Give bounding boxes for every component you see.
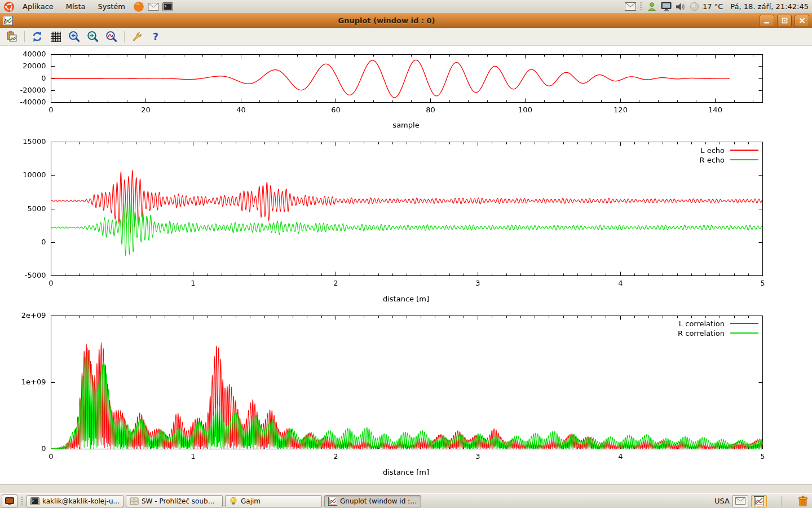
gnuplot-icon	[328, 497, 337, 506]
unzoom-button[interactable]	[104, 29, 119, 44]
legend-entry: L echo	[700, 146, 758, 154]
legend-line-sample	[730, 323, 758, 324]
panel-menubar: Aplikace Místa Systém	[0, 1, 175, 13]
toolbar-separator	[24, 31, 25, 42]
mail-notification-icon[interactable]	[625, 1, 636, 12]
window-status-strip	[0, 484, 812, 493]
legend-entry: R echo	[699, 156, 758, 164]
terminal-launcher-icon[interactable]	[162, 1, 174, 13]
taskbar-right-tray: USA	[714, 494, 810, 508]
taskbar-button-label: SW - Prohlížeč souborů	[142, 497, 219, 505]
mail-launcher-icon[interactable]	[147, 1, 160, 13]
zoom-previous-button[interactable]	[67, 29, 82, 44]
weather-icon[interactable]	[689, 1, 700, 12]
help-button[interactable]: ?	[148, 29, 163, 44]
tray-grip-handle[interactable]	[640, 2, 642, 11]
menu-applications[interactable]: Aplikace	[17, 1, 59, 12]
bottom-taskbar: kaklik@kaklik-kolej-u... SW - Prohlížeč …	[0, 493, 812, 508]
legend-label: R echo	[699, 156, 725, 164]
legend-line-sample	[730, 332, 758, 334]
gnuplot-canvas[interactable]	[0, 46, 812, 484]
copy-to-clipboard-button[interactable]	[5, 29, 19, 44]
window-title: Gnuplot (window id : 0)	[16, 16, 757, 25]
ubuntu-logo-icon[interactable]	[3, 1, 15, 13]
toolbar-separator	[124, 31, 125, 42]
terminal-icon	[30, 497, 39, 506]
user-switcher-icon[interactable]	[646, 1, 657, 12]
desktop: Aplikace Místa Systém	[0, 0, 812, 508]
zoom-next-button[interactable]	[86, 29, 100, 44]
gajim-icon	[229, 497, 238, 506]
xlabel-distance-correlation: distance [m]	[0, 468, 812, 476]
taskbar-button-label: Gnuplot (window id : 0)	[340, 497, 417, 505]
taskbar-button-gajim[interactable]: Gajim	[225, 495, 322, 507]
taskbar-button-label: Gajim	[241, 497, 261, 505]
legend-label: L echo	[700, 146, 725, 155]
gnuplot-toolbar: ?	[0, 28, 812, 46]
taskbar-button-gnuplot[interactable]: Gnuplot (window id : 0)	[324, 495, 421, 507]
menu-places[interactable]: Místa	[60, 1, 91, 12]
ubuntu-logo-icon	[3, 1, 15, 12]
taskbar-divider	[781, 496, 782, 507]
correlation-legend: L correlation R correlation	[678, 319, 758, 337]
taskbar-button-file-browser[interactable]: SW - Prohlížeč souborů	[126, 495, 223, 507]
legend-label: R correlation	[678, 329, 725, 338]
legend-entry: L correlation	[679, 319, 758, 327]
legend-label: L correlation	[679, 319, 725, 328]
keyboard-layout-indicator[interactable]: USA	[714, 497, 730, 505]
maximize-button[interactable]	[777, 15, 792, 27]
gnuplot-window-icon	[3, 16, 13, 26]
volume-icon[interactable]	[674, 1, 686, 12]
show-desktop-button[interactable]	[2, 494, 17, 508]
mail-icon	[735, 497, 745, 505]
gnuplot-tray-button[interactable]	[751, 495, 767, 507]
temperature-readout[interactable]: 17 °C	[703, 2, 723, 11]
legend-line-sample	[730, 150, 758, 151]
menu-system[interactable]: Systém	[92, 1, 130, 12]
plot-area: sample distance [m] distance [m] L echo …	[0, 46, 812, 484]
mail-tray-button[interactable]	[732, 495, 748, 507]
toggle-grid-button[interactable]	[48, 29, 63, 44]
taskbar-button-label: kaklik@kaklik-kolej-u...	[42, 497, 120, 505]
show-desktop-icon	[5, 497, 14, 505]
configure-plot-button[interactable]	[130, 29, 144, 44]
xlabel-distance-echo: distance [m]	[0, 295, 812, 303]
echo-legend: L echo R echo	[699, 146, 758, 164]
trash-icon	[796, 494, 810, 508]
file-manager-icon	[130, 497, 139, 506]
firefox-launcher-icon[interactable]	[133, 1, 145, 13]
system-tray: 17 °C Pá, 18. září, 21:42:45	[625, 1, 812, 12]
legend-entry: R correlation	[678, 329, 758, 337]
taskbar-grip-handle[interactable]	[21, 497, 23, 506]
xlabel-sample: sample	[0, 121, 812, 129]
clock[interactable]: Pá, 18. září, 21:42:45	[730, 2, 809, 11]
trash-applet-button[interactable]	[796, 494, 810, 508]
gnuplot-icon	[754, 496, 764, 506]
window-titlebar[interactable]: Gnuplot (window id : 0)	[0, 14, 812, 28]
minimize-button[interactable]	[760, 15, 774, 27]
top-panel: Aplikace Místa Systém	[0, 0, 812, 14]
display-icon[interactable]	[660, 1, 672, 12]
replot-button[interactable]	[30, 29, 45, 44]
close-button[interactable]	[795, 15, 809, 27]
legend-line-sample	[730, 159, 758, 160]
taskbar-button-terminal[interactable]: kaklik@kaklik-kolej-u...	[27, 495, 123, 507]
